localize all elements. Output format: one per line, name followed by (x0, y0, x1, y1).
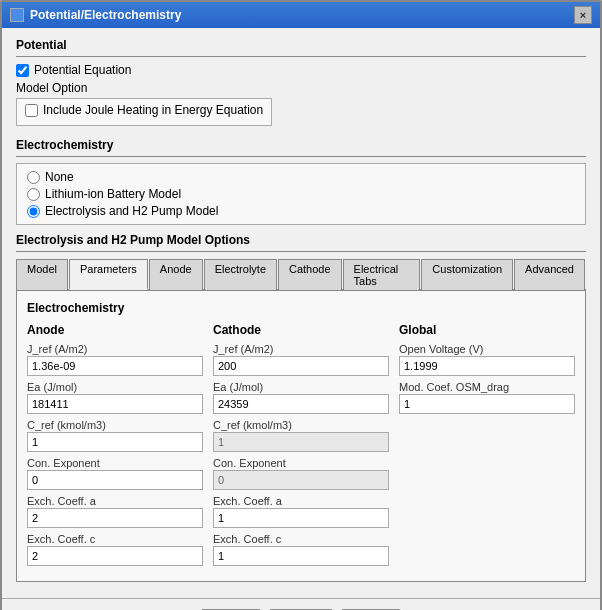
potential-divider (16, 56, 586, 57)
tab-electrical-tabs[interactable]: Electrical Tabs (343, 259, 421, 290)
tab-content-parameters: Electrochemistry Anode J_ref (A/m2) Ea (… (16, 291, 586, 582)
global-mod-coef-label: Mod. Coef. OSM_drag (399, 381, 575, 393)
joule-heating-label: Include Joule Heating in Energy Equation (43, 103, 263, 117)
close-button[interactable]: × (574, 6, 592, 24)
anode-ea-input[interactable] (27, 394, 203, 414)
radio-lithium-label: Lithium-ion Battery Model (45, 187, 181, 201)
anode-exch-c-input[interactable] (27, 546, 203, 566)
potential-equation-label: Potential Equation (34, 63, 131, 77)
electrochemistry-section-label: Electrochemistry (16, 138, 586, 152)
cathode-cref-input[interactable] (213, 432, 389, 452)
cathode-title: Cathode (213, 323, 389, 337)
cathode-exch-c-input[interactable] (213, 546, 389, 566)
cathode-ea-input[interactable] (213, 394, 389, 414)
radio-none-row: None (27, 170, 575, 184)
anode-exch-a-label: Exch. Coeff. a (27, 495, 203, 507)
global-column: Global Open Voltage (V) Mod. Coef. OSM_d… (399, 323, 575, 571)
tab-electrolyte[interactable]: Electrolyte (204, 259, 277, 290)
anode-exch-c-label: Exch. Coeff. c (27, 533, 203, 545)
global-mod-coef-input[interactable] (399, 394, 575, 414)
buttons-row: OK Cancel Help (2, 599, 600, 610)
anode-cref-label: C_ref (kmol/m3) (27, 419, 203, 431)
anode-jref-label: J_ref (A/m2) (27, 343, 203, 355)
cathode-exch-a-label: Exch. Coeff. a (213, 495, 389, 507)
tab-advanced[interactable]: Advanced (514, 259, 585, 290)
electrochemistry-radio-group: None Lithium-ion Battery Model Electroly… (16, 163, 586, 225)
radio-lithium[interactable] (27, 188, 40, 201)
cathode-exch-a-input[interactable] (213, 508, 389, 528)
anode-con-exp-label: Con. Exponent (27, 457, 203, 469)
tab-customization[interactable]: Customization (421, 259, 513, 290)
tab-parameters[interactable]: Parameters (69, 259, 148, 290)
potential-equation-checkbox[interactable] (16, 64, 29, 77)
tabs-area: Model Parameters Anode Electrolyte Catho… (16, 258, 586, 582)
cathode-jref-label: J_ref (A/m2) (213, 343, 389, 355)
radio-electrolysis-row: Electrolysis and H2 Pump Model (27, 204, 575, 218)
global-open-voltage-input[interactable] (399, 356, 575, 376)
potential-section-label: Potential (16, 38, 586, 52)
dialog-title: Potential/Electrochemistry (30, 8, 181, 22)
dialog-icon (10, 8, 24, 22)
joule-heating-row: Include Joule Heating in Energy Equation (25, 103, 263, 117)
joule-heating-checkbox[interactable] (25, 104, 38, 117)
model-options-label: Electrolysis and H2 Pump Model Options (16, 233, 586, 247)
anode-title: Anode (27, 323, 203, 337)
electrochemistry-divider (16, 156, 586, 157)
title-bar: Potential/Electrochemistry × (2, 2, 600, 28)
cathode-column: Cathode J_ref (A/m2) Ea (J/mol) C_ref (k… (213, 323, 389, 571)
model-options-divider (16, 251, 586, 252)
cathode-ea-label: Ea (J/mol) (213, 381, 389, 393)
anode-cref-input[interactable] (27, 432, 203, 452)
radio-electrolysis-label: Electrolysis and H2 Pump Model (45, 204, 218, 218)
cathode-cref-label: C_ref (kmol/m3) (213, 419, 389, 431)
anode-column: Anode J_ref (A/m2) Ea (J/mol) C_ref (kmo… (27, 323, 203, 571)
joule-heating-box: Include Joule Heating in Energy Equation (16, 98, 272, 126)
cathode-exch-c-label: Exch. Coeff. c (213, 533, 389, 545)
radio-lithium-row: Lithium-ion Battery Model (27, 187, 575, 201)
tabs-row: Model Parameters Anode Electrolyte Catho… (16, 258, 586, 291)
tab-model[interactable]: Model (16, 259, 68, 290)
radio-none[interactable] (27, 171, 40, 184)
global-title: Global (399, 323, 575, 337)
tab-anode[interactable]: Anode (149, 259, 203, 290)
anode-jref-input[interactable] (27, 356, 203, 376)
title-text-group: Potential/Electrochemistry (10, 8, 181, 22)
anode-con-exp-input[interactable] (27, 470, 203, 490)
cathode-jref-input[interactable] (213, 356, 389, 376)
three-cols: Anode J_ref (A/m2) Ea (J/mol) C_ref (kmo… (27, 323, 575, 571)
anode-exch-a-input[interactable] (27, 508, 203, 528)
cathode-con-exp-input[interactable] (213, 470, 389, 490)
dialog-body: Potential Potential Equation Model Optio… (2, 28, 600, 598)
main-dialog: Potential/Electrochemistry × Potential P… (0, 0, 602, 610)
radio-electrolysis[interactable] (27, 205, 40, 218)
cathode-con-exp-label: Con. Exponent (213, 457, 389, 469)
global-open-voltage-label: Open Voltage (V) (399, 343, 575, 355)
anode-ea-label: Ea (J/mol) (27, 381, 203, 393)
radio-none-label: None (45, 170, 74, 184)
model-option-label: Model Option (16, 81, 586, 95)
tab-section-title: Electrochemistry (27, 301, 575, 315)
tab-cathode[interactable]: Cathode (278, 259, 342, 290)
potential-equation-row: Potential Equation (16, 63, 586, 77)
